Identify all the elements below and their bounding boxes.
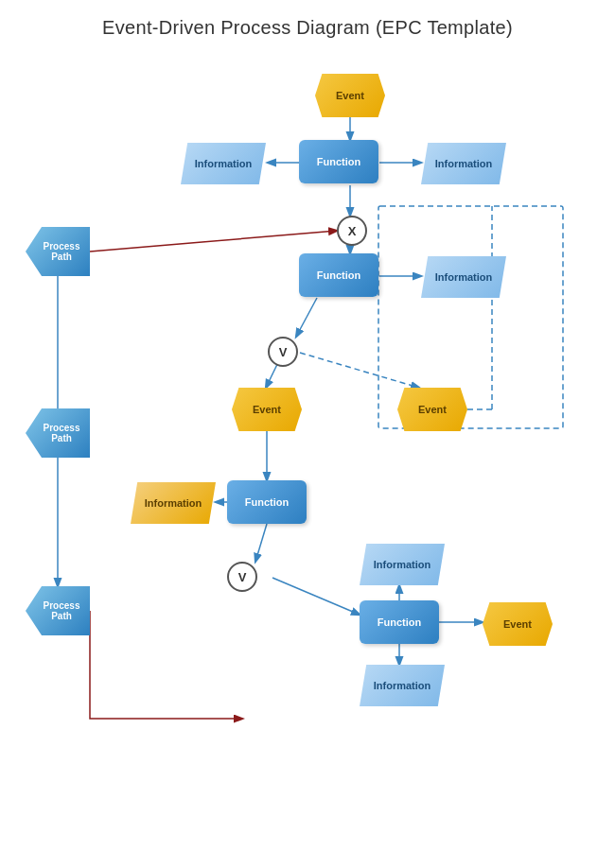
operator-v1-circle: V [268,337,298,367]
svg-line-16 [272,578,360,615]
event2-shape: Event [232,388,302,431]
event4-shape: Event [483,602,553,646]
info2-right-shape: Information [421,256,506,298]
function2-shape: Function [299,253,378,297]
svg-line-9 [296,298,317,337]
info1-left-shape: Information [181,143,266,184]
info3-left-shape: Information [131,482,216,524]
process-path2-shape: Process Path [26,408,90,458]
info4-above-shape: Information [360,544,445,585]
process-path3-shape: Process Path [26,586,90,635]
info5-below-shape: Information [360,665,445,706]
function4-shape: Function [360,600,439,644]
operator-v2-circle: V [227,562,257,592]
info1-right-shape: Information [421,143,506,184]
event3-shape: Event [397,388,467,431]
function1-shape: Function [299,140,378,183]
diagram-title: Event-Driven Process Diagram (EPC Templa… [0,0,615,39]
svg-line-12 [300,353,419,388]
operator-x-circle: X [337,216,367,246]
process-path1-shape: Process Path [26,227,90,276]
arrows-svg [0,0,615,868]
event1-shape: Event [315,74,385,117]
function3-shape: Function [227,480,307,524]
svg-line-15 [255,524,267,562]
diagram-container: Event-Driven Process Diagram (EPC Templa… [0,0,615,868]
